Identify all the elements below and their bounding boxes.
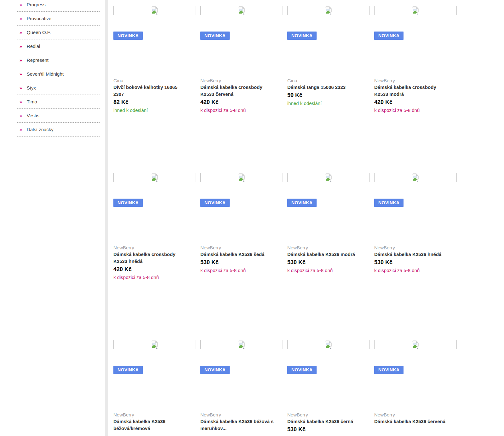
product-card[interactable]: NOVINKA Gina Dámská tanga 15006 2323 59 … [287,6,370,173]
product-brand: NewBerry [113,245,189,251]
product-card[interactable]: NOVINKA NewBerry Dámská kabelka K2536 še… [200,173,283,340]
sidebar-item-seventil-midnight[interactable]: » Seven'til Midnight [17,67,100,81]
product-image-placeholder[interactable] [374,173,457,182]
novinka-badge: NOVINKA [287,199,317,207]
sidebar-item-vestis[interactable]: » Vestis [17,109,100,123]
broken-image-icon [151,173,158,182]
product-info: NewBerry Dámská kabelka K2536 béžová s m… [200,412,276,432]
sidebar-item-provocative[interactable]: » Provocative [17,12,100,26]
arrow-bullet-icon: » [20,30,22,35]
product-image-placeholder[interactable] [113,173,196,182]
novinka-badge: NOVINKA [374,199,404,207]
broken-image-icon [238,340,245,349]
product-info: NewBerry Dámská kabelka K2536 červená [374,412,450,425]
novinka-badge: NOVINKA [200,199,230,207]
product-card[interactable]: NOVINKA NewBerry Dámská kabelka K2536 bé… [200,340,283,436]
arrow-bullet-icon: » [20,72,22,76]
product-info: NewBerry Dámská kabelka K2536 béžová/kré… [113,412,189,432]
product-availability: k dispozici za 5-8 dnů [374,107,450,113]
product-image-placeholder[interactable] [113,6,196,15]
broken-image-icon [325,6,332,15]
sidebar-item-redial[interactable]: » Redial [17,39,100,53]
arrow-bullet-icon: » [20,100,22,104]
sidebar-item-label: Progress [27,2,46,7]
product-info: NewBerry Dámská kabelka K2536 hnědá 530 … [374,245,450,274]
product-card[interactable]: NOVINKA NewBerry Dámská kabelka K2536 bé… [113,340,196,436]
sidebar-item-label: Provocative [27,16,51,21]
novinka-badge: NOVINKA [113,199,143,207]
product-info: Gina Dámská tanga 15006 2323 59 Kč ihned… [287,78,363,107]
sidebar-item-label: Vestis [27,113,39,118]
product-title[interactable]: Dámská kabelka K2536 šedá [200,251,276,258]
arrow-bullet-icon: » [20,3,22,7]
product-title[interactable]: Dívčí bokové kalhotky 16065 2307 [113,84,189,98]
novinka-badge: NOVINKA [200,32,230,40]
arrow-bullet-icon: » [20,16,22,21]
product-image-placeholder[interactable] [200,6,283,15]
product-card[interactable]: NOVINKA NewBerry Dámská kabelka K2536 če… [374,340,457,436]
product-image-placeholder[interactable] [200,340,283,349]
product-image-placeholder[interactable] [287,173,370,182]
broken-image-icon [238,173,245,182]
product-brand: NewBerry [374,78,450,84]
product-brand: NewBerry [374,245,450,251]
product-brand: NewBerry [200,412,276,418]
broken-image-icon [412,340,419,349]
product-list-area: NOVINKA Gina Dívčí bokové kalhotky 16065… [108,0,504,436]
broken-image-icon [238,6,245,15]
product-price: 420 Kč [113,265,189,273]
product-brand: NewBerry [374,412,450,418]
broken-image-icon [325,340,332,349]
product-title[interactable]: Dámská kabelka K2536 béžová s meruňkov..… [200,418,276,432]
sidebar-item-dalsi-znacky[interactable]: » Další značky [17,123,100,137]
product-title[interactable]: Dámská kabelka crossbody K2533 modrá [374,84,450,98]
sidebar-item-timo[interactable]: » Timo [17,95,100,109]
sidebar-item-represent[interactable]: » Represent [17,53,100,67]
product-title[interactable]: Dámská kabelka K2536 béžová/krémová [113,418,189,432]
product-price: 530 Kč [374,258,450,266]
product-availability: ihned k odeslání [287,100,363,107]
sidebar-item-progress[interactable]: » Progress [17,0,100,12]
product-card[interactable]: NOVINKA NewBerry Dámská kabelka K2536 mo… [287,173,370,340]
product-title[interactable]: Dámská kabelka K2536 černá [287,418,363,425]
product-price: 82 Kč [113,98,189,106]
product-image-placeholder[interactable] [200,173,283,182]
broken-image-icon [151,340,158,349]
product-brand: NewBerry [287,245,363,251]
product-brand: Gina [113,78,189,84]
product-info: Gina Dívčí bokové kalhotky 16065 2307 82… [113,78,189,113]
novinka-badge: NOVINKA [113,32,143,40]
product-image-placeholder[interactable] [287,340,370,349]
product-info: NewBerry Dámská kabelka K2536 modrá 530 … [287,245,363,274]
product-title[interactable]: Dámská kabelka crossbody K2533 hnědá [113,251,189,265]
product-card[interactable]: NOVINKA NewBerry Dámská kabelka crossbod… [200,6,283,173]
brand-sidebar: » Progress » Provocative » Queen O.F. » … [0,0,105,436]
product-availability: ihned k odeslání [113,107,189,113]
product-image-placeholder[interactable] [287,6,370,15]
product-card[interactable]: NOVINKA NewBerry Dámská kabelka K2536 hn… [374,173,457,340]
product-title[interactable]: Dámská kabelka K2536 hnědá [374,251,450,258]
product-price: 530 Kč [287,258,363,266]
product-card[interactable]: NOVINKA NewBerry Dámská kabelka K2536 če… [287,340,370,436]
product-card[interactable]: NOVINKA NewBerry Dámská kabelka crossbod… [113,173,196,340]
arrow-bullet-icon: » [20,86,22,90]
product-title[interactable]: Dámská kabelka K2536 červená [374,418,450,425]
product-image-placeholder[interactable] [374,340,457,349]
product-title[interactable]: Dámská tanga 15006 2323 [287,84,363,91]
arrow-bullet-icon: » [20,44,22,49]
product-image-placeholder[interactable] [374,6,457,15]
product-price: 530 Kč [200,258,276,266]
sidebar-item-label: Timo [27,99,37,104]
sidebar-item-label: Queen O.F. [27,30,51,35]
product-availability: k dispozici za 5-8 dnů [113,274,189,281]
product-info: NewBerry Dámská kabelka K2536 černá 530 … [287,412,363,433]
sidebar-item-queen-of[interactable]: » Queen O.F. [17,26,100,39]
product-card[interactable]: NOVINKA Gina Dívčí bokové kalhotky 16065… [113,6,196,173]
product-title[interactable]: Dámská kabelka K2536 modrá [287,251,363,258]
novinka-badge: NOVINKA [113,366,143,374]
product-title[interactable]: Dámská kabelka crossbody K2533 červená [200,84,276,98]
product-brand: NewBerry [200,78,276,84]
product-card[interactable]: NOVINKA NewBerry Dámská kabelka crossbod… [374,6,457,173]
product-image-placeholder[interactable] [113,340,196,349]
sidebar-item-styx[interactable]: » Styx [17,81,100,95]
